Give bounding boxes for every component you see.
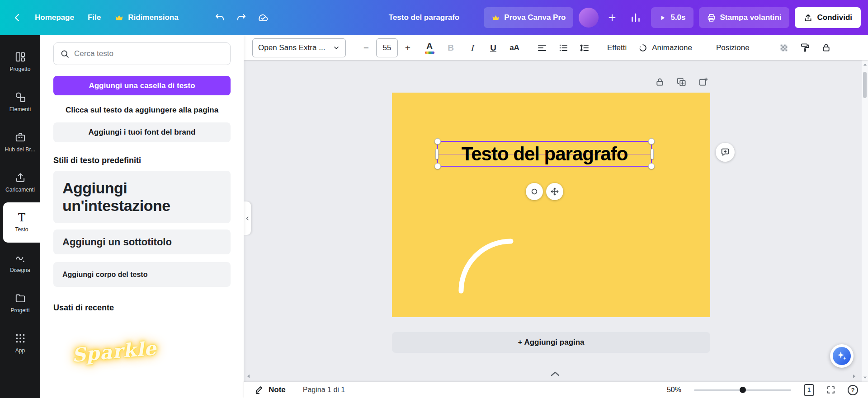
fullscreen-button[interactable] <box>826 385 836 395</box>
chevron-left-icon <box>12 12 23 23</box>
font-size-increase-button[interactable]: + <box>401 38 415 57</box>
sidebar-item-disegna[interactable]: Disegna <box>0 243 40 283</box>
font-family-select[interactable]: Open Sans Extra ... <box>252 38 346 57</box>
help-button[interactable]: ? <box>848 385 858 395</box>
sidebar-item-elementi[interactable]: Elementi <box>0 82 40 122</box>
lock-button[interactable] <box>820 38 833 57</box>
duplicate-page-button[interactable] <box>675 75 688 88</box>
panel-collapse-button[interactable] <box>244 201 251 235</box>
selected-textbox[interactable]: Testo del paragrafo <box>437 141 652 167</box>
magic-assistant-button[interactable] <box>830 344 854 368</box>
effects-button[interactable]: Effetti <box>605 38 628 57</box>
spacing-button[interactable] <box>578 38 591 57</box>
add-bodytext-card[interactable]: Aggiungi corpo del testo <box>53 262 231 287</box>
scroll-up-arrow[interactable] <box>862 61 868 68</box>
rotate-handle[interactable] <box>526 183 543 200</box>
topbar-right-group: Prova Canva Pro 5.0s Stampa volantini <box>484 7 861 28</box>
alignment-button[interactable] <box>535 38 549 57</box>
topbar: Homepage File Ridimensiona Testo del par… <box>0 0 868 35</box>
arc-curve-element[interactable] <box>458 239 514 295</box>
printer-icon <box>707 13 716 23</box>
move-handle[interactable] <box>546 183 563 200</box>
text-case-button[interactable]: aA <box>508 38 521 57</box>
text-panel: Aggiungi una casella di testo Clicca sul… <box>40 35 244 398</box>
avatar[interactable] <box>579 8 599 28</box>
redo-button[interactable] <box>231 7 251 28</box>
add-subtitle-card[interactable]: Aggiungi un sottotitolo <box>53 229 231 254</box>
collapse-bottom-button[interactable] <box>550 370 561 377</box>
add-comment-button[interactable] <box>716 143 735 162</box>
homepage-button[interactable]: Homepage <box>29 7 80 28</box>
add-heading-card[interactable]: Aggiungi un'intestazione <box>53 171 231 223</box>
zoom-slider[interactable] <box>694 385 791 394</box>
hscroll-left-arrow[interactable] <box>246 374 251 379</box>
underline-button[interactable]: U <box>486 38 500 57</box>
text-toolbar: Open Sans Extra ... − 55 + A B I U aA Ef… <box>244 35 868 60</box>
chevron-up-icon <box>550 370 561 377</box>
sidebar-item-caricamenti[interactable]: Caricamenti <box>0 162 40 202</box>
font-size-decrease-button[interactable]: − <box>359 38 373 57</box>
file-menu-button[interactable]: File <box>82 7 107 28</box>
lock-icon <box>821 42 831 53</box>
search-input[interactable] <box>74 49 224 58</box>
add-textbox-button[interactable]: Aggiungi una casella di testo <box>53 76 231 95</box>
share-button[interactable]: Condividi <box>795 7 861 28</box>
search-box[interactable] <box>53 42 231 65</box>
scroll-down-arrow[interactable] <box>862 374 868 381</box>
rotate-icon <box>530 187 539 196</box>
bold-button[interactable]: B <box>444 38 458 57</box>
add-member-button[interactable] <box>604 7 620 28</box>
resize-handle-top-left[interactable] <box>434 138 441 145</box>
brand-fonts-button[interactable]: Aggiungi i tuoi font del brand <box>53 122 231 142</box>
text-color-button[interactable]: A <box>423 38 436 57</box>
duplicate-icon <box>676 77 687 87</box>
resize-button[interactable]: Ridimensiona <box>108 7 184 28</box>
italic-button[interactable]: I <box>465 38 479 57</box>
font-size-value[interactable]: 55 <box>376 38 398 57</box>
present-duration-button[interactable]: 5.0s <box>651 7 693 28</box>
sidebar-item-app[interactable]: App <box>0 323 40 363</box>
comment-plus-icon <box>720 147 730 157</box>
notes-button[interactable]: Note <box>255 385 286 395</box>
notes-pencil-icon <box>255 385 264 395</box>
paragraph-text[interactable]: Testo del paragrafo <box>438 142 651 166</box>
resize-handle-left[interactable] <box>435 149 439 159</box>
undo-button[interactable] <box>210 7 230 28</box>
resize-handle-top-right[interactable] <box>648 138 655 145</box>
transparency-button[interactable] <box>777 38 791 57</box>
print-flyers-button[interactable]: Stampa volantini <box>699 7 789 28</box>
position-button[interactable]: Posizione <box>714 38 751 57</box>
add-page-button[interactable]: + Aggiungi pagina <box>392 332 710 353</box>
scrollbar-thumb[interactable] <box>863 72 867 98</box>
sidebar-item-testo[interactable]: T Testo <box>3 202 40 243</box>
save-status-icon <box>253 7 273 28</box>
resize-handle-bottom-left[interactable] <box>434 163 441 169</box>
vertical-scrollbar[interactable] <box>862 60 868 382</box>
copy-style-button[interactable] <box>798 38 812 57</box>
try-pro-button[interactable]: Prova Canva Pro <box>484 7 573 28</box>
design-page[interactable] <box>392 93 710 317</box>
sidebar-item-progetto[interactable]: Progetto <box>0 42 40 82</box>
zoom-slider-thumb[interactable] <box>740 387 746 393</box>
insights-button[interactable] <box>626 7 646 28</box>
hscroll-right-arrow[interactable] <box>852 374 856 379</box>
share-upload-icon <box>803 13 813 23</box>
statusbar: Note Pagina 1 di 1 50% 1 ? <box>244 382 868 398</box>
recent-text-style-sparkle[interactable]: Sparkle <box>71 337 157 366</box>
list-button[interactable] <box>557 38 570 57</box>
page-indicator[interactable]: Pagina 1 di 1 <box>303 386 345 394</box>
resize-handle-right[interactable] <box>651 149 654 159</box>
add-page-icon-button[interactable] <box>697 75 709 88</box>
sidebar-item-progetti[interactable]: Progetti <box>0 283 40 323</box>
sidebar-item-brand-hub[interactable]: Hub del Br... <box>0 122 40 162</box>
grid-view-button[interactable]: 1 <box>804 384 814 396</box>
panel-hint-text: Clicca sul testo da aggiungere alla pagi… <box>53 105 231 115</box>
design-title[interactable]: Testo del paragrafo <box>389 13 460 22</box>
resize-handle-bottom-right[interactable] <box>648 163 655 169</box>
paint-roller-icon <box>800 42 810 53</box>
draw-pen-icon <box>14 252 26 264</box>
back-button[interactable] <box>7 7 27 28</box>
lock-page-button[interactable] <box>653 75 666 88</box>
animation-button[interactable]: Animazione <box>636 38 694 57</box>
play-icon <box>659 14 666 22</box>
